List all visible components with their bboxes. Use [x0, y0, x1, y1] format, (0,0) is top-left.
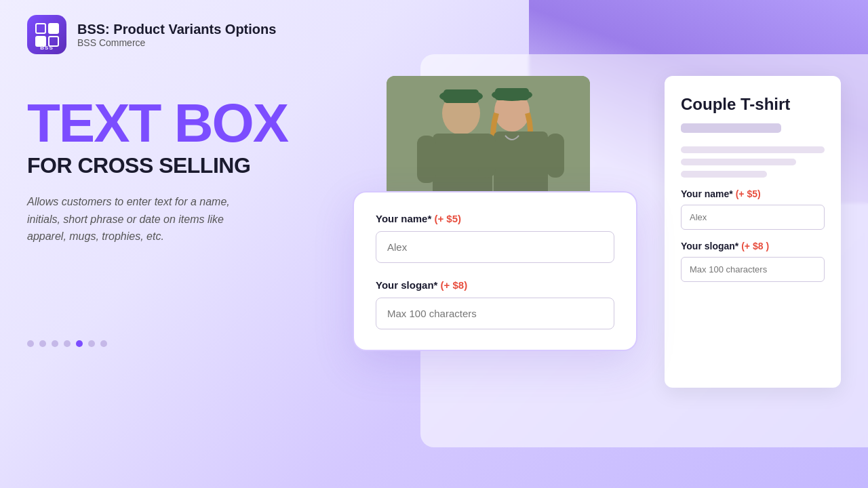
- app-header: BSS BSS: Product Variants Options BSS Co…: [0, 0, 868, 69]
- left-section: TEXT BOX FOR CROSS SELLING Allows custom…: [27, 76, 312, 347]
- name-field-label: Your name* (+ $5): [376, 213, 614, 224]
- header-text-block: BSS: Product Variants Options BSS Commer…: [77, 22, 276, 48]
- skeleton-line-1: [681, 146, 825, 153]
- app-name: BSS: Product Variants Options: [77, 22, 276, 37]
- right-name-price: (+ $5): [736, 188, 761, 199]
- svg-rect-14: [547, 134, 564, 178]
- logo-cell-1: [35, 23, 46, 34]
- svg-rect-13: [478, 134, 496, 178]
- form-card: Your name* (+ $5) Your slogan* (+ $8): [353, 191, 637, 351]
- hero-subheadline: FOR CROSS SELLING: [27, 153, 312, 178]
- name-label-text: Your name*: [376, 213, 431, 224]
- dot-6[interactable]: [88, 340, 95, 347]
- logo-text: BSS: [40, 45, 53, 51]
- svg-rect-3: [443, 89, 479, 103]
- company-name: BSS Commerce: [77, 37, 276, 48]
- dot-2[interactable]: [39, 340, 46, 347]
- skeleton-line-2: [681, 159, 796, 165]
- center-area: Your name* (+ $5) Your slogan* (+ $8): [339, 76, 637, 351]
- dot-3[interactable]: [52, 340, 58, 347]
- right-name-input[interactable]: [681, 205, 825, 230]
- dot-5-active[interactable]: [76, 340, 83, 347]
- right-panel: Couple T-shirt Your name* (+ $5) Your sl…: [665, 76, 841, 388]
- skeleton-price: [681, 123, 781, 133]
- main-content: TEXT BOX FOR CROSS SELLING Allows custom…: [0, 69, 868, 388]
- slogan-input[interactable]: [376, 298, 614, 329]
- slogan-price: (+ $8): [441, 279, 468, 291]
- name-input[interactable]: [376, 231, 614, 263]
- skeleton-line-3: [681, 171, 767, 178]
- pagination-dots: [27, 340, 312, 347]
- right-slogan-label-text: Your slogan*: [681, 241, 738, 251]
- right-slogan-input[interactable]: [681, 257, 825, 282]
- slogan-label-text: Your slogan*: [376, 279, 437, 291]
- hero-headline: TEXT BOX: [27, 96, 312, 150]
- slogan-field-label: Your slogan* (+ $8): [376, 279, 614, 291]
- logo-cell-2: [48, 23, 59, 34]
- product-title: Couple T-shirt: [681, 95, 825, 114]
- right-slogan-label: Your slogan* (+ $8 ): [681, 241, 825, 251]
- hero-description: Allows customers to enter text for a nam…: [27, 193, 258, 245]
- svg-rect-5: [417, 136, 436, 183]
- dot-1[interactable]: [27, 340, 34, 347]
- svg-rect-11: [495, 88, 529, 100]
- right-name-label: Your name* (+ $5): [681, 188, 825, 199]
- dot-4[interactable]: [64, 340, 71, 347]
- app-logo: BSS: [27, 15, 66, 54]
- right-name-label-text: Your name*: [681, 188, 733, 199]
- right-slogan-price: (+ $8 ): [741, 241, 769, 251]
- name-price: (+ $5): [434, 213, 461, 224]
- dot-7[interactable]: [100, 340, 107, 347]
